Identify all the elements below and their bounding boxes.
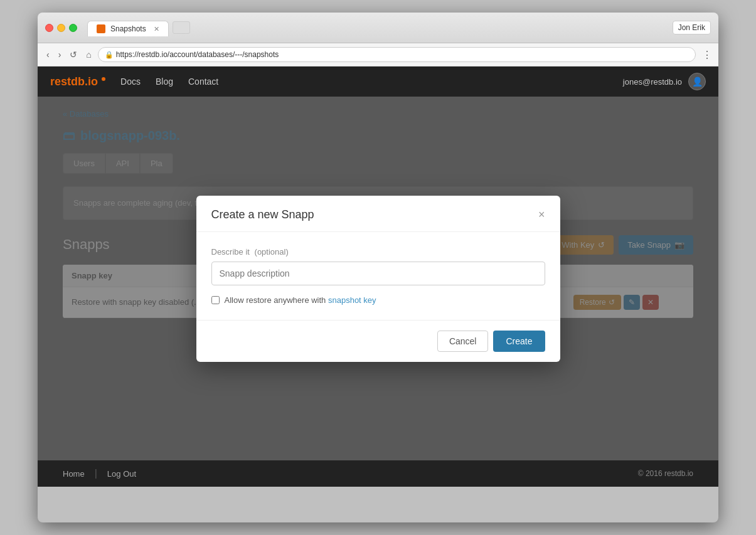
browser-tab[interactable]: Snapshots ✕ (87, 21, 169, 36)
back-button[interactable]: ‹ (44, 48, 52, 61)
logo: restdb.io (50, 75, 105, 88)
snapp-description-input[interactable] (211, 262, 545, 285)
tab-title: Snapshots (110, 24, 146, 33)
user-email[interactable]: jones@restdb.io (623, 77, 682, 87)
modal-dialog: Create a new Snapp × Describe it (option… (196, 196, 560, 362)
cancel-button[interactable]: Cancel (437, 331, 489, 352)
footer-home-link[interactable]: Home (63, 469, 85, 479)
snapshot-key-link[interactable]: snapshot key (328, 295, 376, 305)
nav-right: jones@restdb.io 👤 (623, 73, 706, 90)
restore-anywhere-checkbox[interactable] (211, 296, 220, 304)
close-button[interactable] (45, 24, 53, 32)
footer-copyright: © 2016 restdb.io (638, 469, 693, 478)
reload-button[interactable]: ↺ (67, 48, 80, 61)
tab-close-icon[interactable]: ✕ (154, 25, 159, 33)
nav-docs[interactable]: Docs (120, 77, 141, 87)
form-label-describe: Describe it (optional) (211, 247, 545, 257)
minimize-button[interactable] (57, 24, 65, 32)
user-avatar[interactable]: 👤 (688, 73, 706, 90)
maximize-button[interactable] (69, 24, 77, 32)
address-text: https://restdb.io/account/databases/---/… (116, 50, 279, 59)
label-describe-text: Describe it (211, 247, 250, 257)
new-tab-button[interactable] (173, 21, 190, 34)
address-bar[interactable]: 🔒 https://restdb.io/account/databases/--… (98, 47, 696, 62)
user-badge: Jon Erik (673, 21, 711, 34)
forward-button[interactable]: › (56, 48, 64, 61)
traffic-lights (45, 24, 77, 32)
checkbox-row: Allow restore anywhere with snapshot key (211, 295, 545, 305)
create-button[interactable]: Create (493, 331, 545, 352)
top-nav: restdb.io Docs Blog Contact jones@restdb… (38, 66, 718, 97)
label-optional-text: (optional) (255, 247, 289, 257)
modal-footer: Cancel Create (196, 320, 560, 362)
footer: Home | Log Out © 2016 restdb.io (38, 460, 718, 487)
nav-contact[interactable]: Contact (188, 77, 218, 87)
modal-header: Create a new Snapp × (196, 196, 560, 232)
modal-body: Describe it (optional) Allow restore any… (196, 232, 560, 320)
nav-links: Docs Blog Contact (120, 77, 218, 87)
checkbox-label-text: Allow restore anywhere with snapshot key (225, 295, 376, 305)
modal-title: Create a new Snapp (211, 208, 314, 221)
main-content: Databases 🗃 blogsnapp-093b. Users API Pl… (38, 97, 718, 460)
more-options-icon[interactable]: ⋮ (702, 49, 712, 61)
modal-close-button[interactable]: × (538, 209, 545, 220)
tab-favicon-icon (97, 24, 105, 33)
lock-icon: 🔒 (105, 51, 114, 59)
footer-separator: | (95, 468, 97, 479)
browser-nav: ‹ › ↺ ⌂ 🔒 https://restdb.io/account/data… (38, 43, 718, 66)
nav-blog[interactable]: Blog (156, 77, 173, 87)
footer-logout-link[interactable]: Log Out (107, 469, 136, 479)
home-button[interactable]: ⌂ (83, 48, 93, 61)
modal-overlay: Create a new Snapp × Describe it (option… (38, 97, 718, 460)
